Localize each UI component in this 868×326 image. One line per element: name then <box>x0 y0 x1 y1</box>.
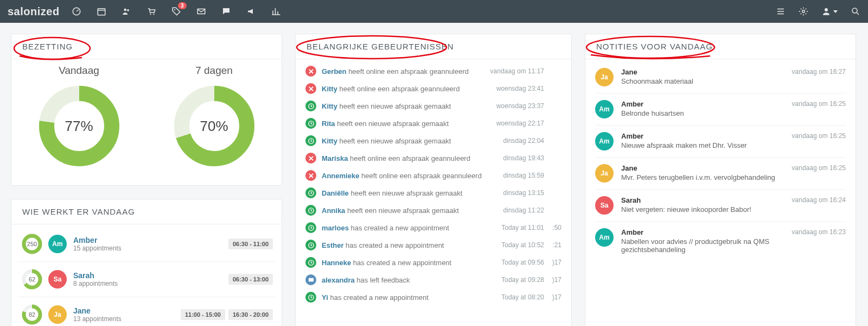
event-row[interactable]: Kitty heeft online een afspraak geannule… <box>305 80 561 97</box>
note-avatar: Am <box>595 132 614 151</box>
event-row[interactable]: Daniëlle heeft een nieuwe afspraak gemaa… <box>305 184 561 202</box>
event-actor[interactable]: marloes <box>322 224 349 232</box>
svg-rect-31 <box>308 278 313 281</box>
staff-appointments: 8 appointments <box>73 280 228 287</box>
note-time: vandaag om 16:23 <box>792 228 846 254</box>
event-actor[interactable]: Kitty <box>322 102 337 110</box>
event-time: dinsdag 19:43 <box>503 154 544 162</box>
staff-mini-num: 82 <box>20 303 44 326</box>
occupancy-today: Vandaag 77% <box>11 65 146 172</box>
shift-chip: 06:30 - 11:00 <box>228 239 273 249</box>
note-row[interactable]: Sa Sarah Niet vergeten: nieuwe inkoopord… <box>595 189 846 221</box>
brand-logo[interactable]: salonized <box>8 5 60 18</box>
note-avatar: Ja <box>595 68 614 86</box>
stats-icon[interactable] <box>271 7 281 16</box>
occupancy-today-label: Vandaag <box>11 65 146 77</box>
event-actor[interactable]: Gerben <box>322 67 347 76</box>
svg-point-8 <box>802 10 805 13</box>
megaphone-icon[interactable] <box>246 7 256 16</box>
staff-appointments: 15 appointments <box>73 244 228 252</box>
event-text: alexandra has left feedback <box>322 276 496 284</box>
note-author: Sarah <box>621 196 792 204</box>
staff-mini-num: 62 <box>20 267 44 291</box>
event-row[interactable]: alexandra has left feedback Today at 09:… <box>305 271 561 289</box>
staff-row[interactable]: 250 Am Amber 15 appointments 06:30 - 11:… <box>18 227 275 261</box>
staff-name[interactable]: Sarah <box>73 271 228 280</box>
event-row[interactable]: Hanneke has created a new appointment To… <box>305 254 561 271</box>
event-actor[interactable]: Kitty <box>322 137 337 145</box>
note-row[interactable]: Am Amber Nieuwe afspraak maken met Dhr. … <box>595 125 846 157</box>
staff-name[interactable]: Jane <box>73 306 181 315</box>
note-avatar: Ja <box>595 164 614 183</box>
occupancy-today-donut: 77% <box>33 80 125 172</box>
note-time: vandaag om 16:25 <box>792 164 846 183</box>
event-actor[interactable]: Rita <box>322 120 335 128</box>
event-extra: )17 <box>550 293 561 301</box>
search-icon[interactable] <box>851 7 860 16</box>
event-row[interactable]: marloes has created a new appointment To… <box>305 219 561 236</box>
event-text: Annika heeft een nieuwe afspraak gemaakt <box>322 206 498 215</box>
staff-info: Sarah 8 appointments <box>73 271 228 287</box>
dashboard-grid: BEZETTING Vandaag 77% 7 dagen 70% <box>0 23 868 326</box>
note-time: vandaag om 16:27 <box>792 68 846 86</box>
staff-row[interactable]: 82 Ja Jane 13 appointments 11:00 - 15:00… <box>18 297 275 326</box>
event-booked-icon <box>305 240 316 250</box>
note-row[interactable]: Ja Jane Mvr. Peters terugbellen i.v.m. v… <box>595 157 846 189</box>
event-actor[interactable]: Annika <box>322 206 345 215</box>
event-row[interactable]: Kitty heeft een nieuwe afspraak gemaakt … <box>305 132 561 149</box>
settings-icon[interactable] <box>799 7 808 16</box>
calendar-icon[interactable] <box>97 7 106 16</box>
cart-icon[interactable] <box>146 7 156 16</box>
event-feedback-icon <box>305 274 316 285</box>
mail-icon[interactable] <box>196 7 206 16</box>
svg-point-10 <box>852 8 857 13</box>
event-row[interactable]: Rita heeft een nieuwe afspraak gemaakt w… <box>305 115 561 132</box>
event-row[interactable]: Yi has created a new appointment Today a… <box>305 289 561 306</box>
event-row[interactable]: Kitty heeft een nieuwe afspraak gemaakt … <box>305 97 561 115</box>
tags-badge: 3 <box>178 2 187 9</box>
event-row[interactable]: Annika heeft een nieuwe afspraak gemaakt… <box>305 202 561 219</box>
event-actor[interactable]: alexandra <box>322 276 355 284</box>
notes-card: NOTITIES VOOR VANDAAG Ja Jane Schoonmaak… <box>585 34 856 326</box>
event-time: vandaag om 11:17 <box>490 67 544 75</box>
event-actor[interactable]: Hanneke <box>322 259 351 267</box>
note-row[interactable]: Am Amber Belronde huisartsen vandaag om … <box>595 93 846 125</box>
user-menu[interactable] <box>821 7 838 16</box>
occupancy-header: BEZETTING <box>11 34 282 59</box>
customers-icon[interactable] <box>122 7 131 16</box>
note-row[interactable]: Ja Jane Schoonmaak materiaal vandaag om … <box>595 61 846 93</box>
occupancy-week-donut: 70% <box>168 80 260 172</box>
event-text: Kitty heeft online een afspraak geannule… <box>322 85 491 93</box>
dashboard-icon[interactable] <box>72 7 81 16</box>
event-time: dinsdag 11:22 <box>503 206 544 214</box>
event-text: Mariska heeft online een afspraak geannu… <box>322 154 498 162</box>
occupancy-week-pct: 70% <box>168 80 260 172</box>
event-actor[interactable]: Annemieke <box>322 172 359 180</box>
note-text: Niet vergeten: nieuwe inkooporder Babor! <box>621 205 792 214</box>
staff-name[interactable]: Amber <box>73 236 228 244</box>
left-column: BEZETTING Vandaag 77% 7 dagen 70% <box>11 34 282 326</box>
event-actor[interactable]: Esther <box>322 241 343 249</box>
event-row[interactable]: Gerben heeft online een afspraak geannul… <box>305 62 561 80</box>
event-booked-icon <box>305 187 316 198</box>
chat-icon[interactable] <box>221 7 231 16</box>
event-actor[interactable]: Daniëlle <box>322 189 349 197</box>
event-actor[interactable]: Mariska <box>322 154 348 162</box>
note-main: Jane Schoonmaak materiaal <box>621 68 792 86</box>
note-row[interactable]: Am Amber Nabellen voor advies // product… <box>595 221 846 260</box>
event-actor[interactable]: Kitty <box>322 85 337 93</box>
events-title: BELANGRIJKE GEBEURTENISSEN <box>307 42 454 51</box>
note-avatar: Am <box>595 100 614 118</box>
tags-icon[interactable]: 3 <box>171 7 181 16</box>
event-row[interactable]: Esther has created a new appointment Tod… <box>305 236 561 254</box>
event-row[interactable]: Annemieke heeft online een afspraak gean… <box>305 167 561 184</box>
event-row[interactable]: Mariska heeft online een afspraak geannu… <box>305 149 561 167</box>
notes-title: NOTITIES VOOR VANDAAG <box>596 42 713 51</box>
note-text: Nieuwe afspraak maken met Dhr. Visser <box>621 141 792 149</box>
event-actor[interactable]: Yi <box>322 293 328 302</box>
list-icon[interactable] <box>776 7 786 16</box>
occupancy-week: 7 dagen 70% <box>146 65 282 172</box>
note-text: Schoonmaak materiaal <box>621 77 792 85</box>
note-author: Amber <box>621 228 792 236</box>
staff-row[interactable]: 62 Sa Sarah 8 appointments 06:30 - 13:00 <box>18 261 275 297</box>
